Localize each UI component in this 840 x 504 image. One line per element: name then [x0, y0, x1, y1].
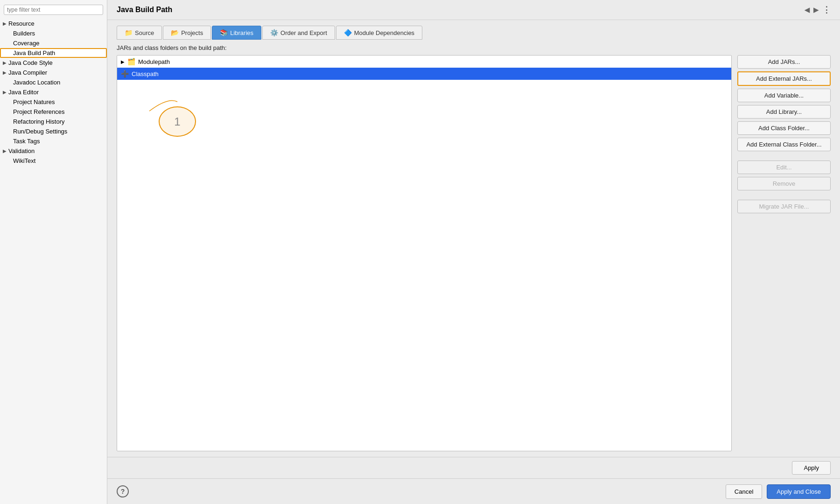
tab-label-module-dependencies: Module Dependencies [354, 29, 414, 36]
sidebar-item-validation[interactable]: ▶ Validation [0, 146, 107, 156]
add-external-class-folder-button[interactable]: Add External Class Folder... [737, 138, 831, 151]
sidebar-item-java-code-style[interactable]: ▶ Java Code Style [0, 58, 107, 68]
sidebar-item-label-refactoring-history: Refactoring History [13, 118, 65, 125]
source-tab-icon: 📁 [125, 29, 133, 36]
filter-input[interactable] [4, 5, 103, 15]
tab-bar: 📁 Source 📂 Projects 📚 Libraries ⚙️ Order… [117, 26, 831, 40]
expand-arrow-java-editor: ▶ [3, 90, 7, 95]
main-panel: 📁 Source 📂 Projects 📚 Libraries ⚙️ Order… [107, 20, 840, 457]
migrate-jar-file-button[interactable]: Migrate JAR File... [737, 200, 831, 213]
add-library-button[interactable]: Add Library... [737, 105, 831, 119]
sidebar-item-label-java-build-path: Java Build Path [13, 49, 55, 56]
tree-panel: ▶ 🗂️ Modulepath ➕ Classpath [117, 55, 732, 451]
tab-label-source: Source [135, 29, 154, 36]
tab-label-libraries: Libraries [230, 29, 253, 36]
apply-and-close-button[interactable]: Apply and Close [767, 484, 831, 499]
add-jars-button[interactable]: Add JARs... [737, 55, 831, 69]
add-variable-button[interactable]: Add Variable... [737, 89, 831, 102]
libraries-tab-icon: 📚 [220, 29, 228, 36]
expand-arrow-validation: ▶ [3, 148, 7, 154]
sidebar-item-label-run-debug-settings: Run/Debug Settings [13, 128, 67, 135]
sidebar-item-java-build-path[interactable]: Java Build Path [0, 48, 107, 58]
sidebar-item-resource[interactable]: ▶ Resource [0, 19, 107, 28]
sidebar-item-label-wikitext: WikiText [13, 157, 35, 164]
sidebar-item-refactoring-history[interactable]: Refactoring History [0, 117, 107, 126]
tab-label-projects: Projects [181, 29, 203, 36]
tab-source[interactable]: 📁 Source [117, 26, 162, 40]
sidebar-item-label-task-tags: Task Tags [13, 138, 40, 145]
expand-arrow-java-compiler: ▶ [3, 70, 7, 75]
classpath-icon: ➕ [121, 70, 129, 77]
tree-item-classpath[interactable]: ➕ Classpath [117, 68, 731, 80]
tree-item-modulepath[interactable]: ▶ 🗂️ Modulepath [117, 56, 731, 68]
tree-item-label-classpath: Classpath [132, 70, 159, 77]
page-title: Java Build Path [117, 6, 172, 14]
sidebar-item-label-java-editor: Java Editor [8, 89, 39, 96]
sidebar-item-label-resource: Resource [8, 20, 35, 27]
bottom-bar: ? Cancel Apply and Close [107, 478, 840, 504]
tab-order-export[interactable]: ⚙️ Order and Export [262, 26, 335, 40]
sidebar-item-label-java-compiler: Java Compiler [8, 69, 47, 76]
tab-projects[interactable]: 📂 Projects [163, 26, 211, 40]
expand-arrow-resource: ▶ [3, 21, 7, 26]
module-dep-tab-icon: 🔷 [344, 29, 352, 36]
sidebar: ▶ Resource Builders Coverage Java Build … [0, 0, 107, 504]
main-content: Java Build Path ◀ ▶ ⋮ 📁 Source 📂 Project… [107, 0, 840, 504]
remove-button[interactable]: Remove [737, 177, 831, 190]
cancel-button[interactable]: Cancel [726, 484, 762, 499]
help-icon[interactable]: ? [117, 485, 129, 497]
tab-module-dependencies[interactable]: 🔷 Module Dependencies [336, 26, 422, 40]
apply-row: Apply [107, 457, 840, 478]
sidebar-item-java-compiler[interactable]: ▶ Java Compiler [0, 68, 107, 77]
projects-tab-icon: 📂 [171, 29, 179, 36]
sidebar-item-builders[interactable]: Builders [0, 28, 107, 38]
add-class-folder-button[interactable]: Add Class Folder... [737, 121, 831, 135]
sidebar-item-label-coverage: Coverage [13, 40, 39, 47]
sidebar-item-java-editor[interactable]: ▶ Java Editor [0, 87, 107, 97]
tree-container: ▶ 🗂️ Modulepath ➕ Classpath 1 [117, 55, 732, 451]
separator-1 [737, 154, 831, 158]
modulepath-arrow: ▶ [121, 59, 125, 64]
order-export-tab-icon: ⚙️ [270, 29, 278, 36]
title-bar: Java Build Path ◀ ▶ ⋮ [107, 0, 840, 20]
sidebar-item-label-builders: Builders [13, 30, 35, 37]
tab-label-order-export: Order and Export [280, 29, 327, 36]
bottom-right-buttons: Cancel Apply and Close [726, 484, 831, 499]
title-bar-icons: ◀ ▶ ⋮ [805, 5, 831, 15]
sidebar-item-task-tags[interactable]: Task Tags [0, 136, 107, 146]
sidebar-item-run-debug-settings[interactable]: Run/Debug Settings [0, 126, 107, 136]
sidebar-item-label-project-natures: Project Natures [13, 98, 55, 105]
build-path-description: JARs and class folders on the build path… [117, 44, 831, 51]
sidebar-item-wikitext[interactable]: WikiText [0, 156, 107, 166]
buttons-panel: Add JARs... Add External JARs... Add Var… [737, 55, 831, 451]
separator-2 [737, 193, 831, 197]
build-content: ▶ 🗂️ Modulepath ➕ Classpath 1 [117, 55, 831, 451]
sidebar-item-label-java-code-style: Java Code Style [8, 59, 53, 66]
sidebar-item-project-references[interactable]: Project References [0, 107, 107, 117]
sidebar-item-javadoc-location[interactable]: Javadoc Location [0, 77, 107, 87]
menu-icon[interactable]: ⋮ [822, 5, 831, 15]
tab-libraries[interactable]: 📚 Libraries [212, 26, 261, 40]
apply-button[interactable]: Apply [792, 461, 831, 475]
sidebar-item-label-validation: Validation [8, 147, 35, 154]
sidebar-item-project-natures[interactable]: Project Natures [0, 97, 107, 107]
sidebar-item-coverage[interactable]: Coverage [0, 38, 107, 48]
back-icon[interactable]: ◀ [805, 6, 810, 14]
modulepath-icon: 🗂️ [127, 58, 135, 65]
tree-item-label-modulepath: Modulepath [138, 58, 170, 65]
sidebar-item-label-project-references: Project References [13, 108, 65, 115]
expand-arrow-java-code-style: ▶ [3, 60, 7, 65]
edit-button[interactable]: Edit... [737, 161, 831, 174]
sidebar-item-label-javadoc-location: Javadoc Location [13, 79, 60, 86]
forward-icon[interactable]: ▶ [813, 6, 819, 14]
add-external-jars-button[interactable]: Add External JARs... [737, 71, 831, 86]
